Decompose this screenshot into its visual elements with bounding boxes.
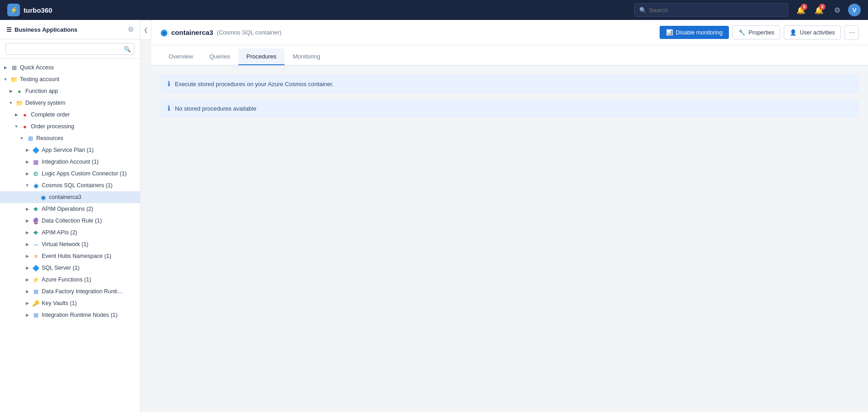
- sidebar-item-testing-account[interactable]: ▼📁Testing account: [0, 73, 140, 85]
- notification-badge-2: 3: [819, 4, 825, 10]
- chevron-icon: ▶: [24, 146, 31, 154]
- content-header: ◉ containerca3 (Cosmos SQL container) 📊 …: [151, 20, 868, 45]
- search-bar[interactable]: 🔍: [634, 3, 788, 17]
- sidebar-item-order-processing[interactable]: ▼●Order processing: [0, 121, 140, 132]
- tree-item-icon: ◉: [32, 181, 40, 189]
- app-name: turbo360: [24, 6, 52, 14]
- chevron-icon: ▼: [18, 135, 25, 142]
- sidebar-item-delivery-system[interactable]: ▼📁Delivery system: [0, 97, 140, 109]
- chevron-icon: ▶: [24, 158, 31, 165]
- tree-item-label: Key Vaults (1): [42, 300, 77, 306]
- sidebar-gear-icon[interactable]: ⚙: [128, 25, 134, 34]
- sidebar-item-function-app[interactable]: ▶●Function app: [0, 85, 140, 97]
- tree-item-icon: ●: [21, 122, 29, 131]
- alerts-button[interactable]: 🔔 3: [812, 3, 826, 17]
- sidebar-tree: ▶⊞Quick Access▼📁Testing account▶●Functio…: [0, 59, 140, 412]
- chevron-icon: ▶: [24, 252, 31, 260]
- tree-item-icon: 🔷: [32, 146, 40, 154]
- tree-item-icon: ⊞: [26, 134, 34, 142]
- nav-icons: 🔔 3 🔔 3 ⚙ V: [794, 3, 861, 17]
- chevron-icon: ▶: [2, 64, 9, 71]
- properties-button[interactable]: 🔧 Properties: [733, 25, 780, 39]
- tab-monitoring[interactable]: Monitoring: [285, 48, 328, 65]
- chevron-icon: [31, 194, 38, 201]
- tree-item-label: Testing account: [20, 76, 59, 82]
- tree-item-icon: ⊞: [10, 63, 18, 72]
- tab-queries[interactable]: Queries: [201, 48, 238, 65]
- sidebar-item-apim-operations[interactable]: ▶❖APIM Operations (2): [0, 203, 140, 215]
- tree-item-label: Integration Runtime Nodes (1): [42, 312, 117, 318]
- user-activities-icon: 👤: [790, 29, 797, 36]
- chevron-icon: ▼: [24, 182, 31, 189]
- chevron-icon: ▶: [24, 300, 31, 307]
- chevron-icon: ▼: [13, 123, 20, 130]
- sidebar-item-virtual-network[interactable]: ▶↔Virtual Network (1): [0, 238, 140, 250]
- settings-button[interactable]: ⚙: [830, 3, 844, 17]
- chevron-icon: ▶: [24, 311, 31, 319]
- logo-icon: ⚡: [7, 4, 20, 16]
- sidebar: ☰ Business Applications ⚙ 🔍 ▶⊞Quick Acce…: [0, 20, 140, 412]
- chevron-icon: ▶: [24, 217, 31, 224]
- sidebar-item-logic-apps-connector[interactable]: ▶⚙Logic Apps Custom Connector (1): [0, 168, 140, 179]
- chevron-icon: ▶: [24, 264, 31, 271]
- chevron-icon: ▶: [13, 111, 20, 118]
- sidebar-item-cosmos-sql-containers[interactable]: ▼◉Cosmos SQL Containers (1): [0, 179, 140, 191]
- sidebar-item-containerca3[interactable]: ◉containerca3: [0, 191, 140, 203]
- sidebar-item-apim-apis[interactable]: ▶❖APIM APIs (2): [0, 227, 140, 238]
- chevron-icon: ▶: [7, 87, 14, 95]
- sidebar-title: ☰ Business Applications: [6, 26, 77, 33]
- tree-item-label: Event Hubs Namespace (1): [42, 253, 111, 259]
- chevron-icon: ▶: [24, 229, 31, 236]
- tree-item-icon: 📁: [15, 99, 24, 107]
- sidebar-item-sql-server[interactable]: ▶🔷SQL Server (1): [0, 262, 140, 274]
- sidebar-collapse-button[interactable]: ❮: [140, 20, 151, 40]
- info-banner-text: No stored procedures available: [175, 105, 256, 112]
- properties-icon: 🔧: [738, 29, 746, 36]
- sidebar-item-resources[interactable]: ▼⊞Resources: [0, 132, 140, 144]
- tab-overview[interactable]: Overview: [160, 48, 201, 65]
- tree-item-label: Data Collection Rule (1): [42, 218, 102, 224]
- sidebar-item-integration-runtime-nodes[interactable]: ▶⊞Integration Runtime Nodes (1): [0, 309, 140, 321]
- sidebar-item-azure-functions[interactable]: ▶⚡Azure Functions (1): [0, 274, 140, 286]
- search-input[interactable]: [649, 7, 783, 14]
- tab-procedures[interactable]: Procedures: [238, 48, 285, 65]
- chevron-icon: ▼: [2, 76, 9, 83]
- sidebar-item-data-collection-rule[interactable]: ▶🔮Data Collection Rule (1): [0, 215, 140, 227]
- chevron-icon: ▶: [24, 170, 31, 177]
- resource-name: containerca3: [171, 29, 213, 36]
- sidebar-item-integration-account[interactable]: ▶▦Integration Account (1): [0, 156, 140, 168]
- info-banner: ℹExecute stored procedures on your Azure…: [160, 74, 859, 93]
- avatar[interactable]: V: [848, 4, 861, 16]
- sidebar-search-container: 🔍: [0, 39, 140, 59]
- tree-item-icon: 🔷: [32, 264, 40, 272]
- sidebar-item-quick-access[interactable]: ▶⊞Quick Access: [0, 62, 140, 73]
- tree-item-label: Logic Apps Custom Connector (1): [42, 170, 127, 177]
- chevron-icon: ▶: [24, 288, 31, 295]
- sidebar-item-key-vaults[interactable]: ▶🔑Key Vaults (1): [0, 297, 140, 309]
- tree-item-label: Azure Functions (1): [42, 276, 91, 283]
- sidebar-item-data-factory[interactable]: ▶⊞Data Factory Integration Runti…: [0, 286, 140, 297]
- sidebar-search-input[interactable]: [5, 43, 135, 55]
- info-icon: ℹ: [168, 104, 170, 112]
- disable-monitoring-button[interactable]: 📊 Disable monitoring: [660, 26, 729, 39]
- main-content: ◉ containerca3 (Cosmos SQL container) 📊 …: [151, 20, 868, 412]
- sidebar-item-event-hubs-namespace[interactable]: ▶≡Event Hubs Namespace (1): [0, 250, 140, 262]
- user-activities-button[interactable]: 👤 User activities: [784, 25, 841, 39]
- more-icon: ⋯: [849, 29, 855, 36]
- sidebar-item-app-service-plan[interactable]: ▶🔷App Service Plan (1): [0, 144, 140, 156]
- info-banner: ℹNo stored procedures available: [160, 99, 859, 118]
- more-options-button[interactable]: ⋯: [844, 25, 859, 40]
- tree-item-icon: ●: [21, 111, 29, 119]
- sidebar-item-complete-order[interactable]: ▶●Complete order: [0, 109, 140, 121]
- tree-item-icon: 🔑: [32, 299, 40, 307]
- top-navigation: ⚡ turbo360 🔍 🔔 3 🔔 3 ⚙ V: [0, 0, 868, 20]
- notifications-button[interactable]: 🔔 3: [794, 3, 808, 17]
- app-logo[interactable]: ⚡ turbo360: [7, 4, 52, 16]
- sidebar-header: ☰ Business Applications ⚙: [0, 20, 140, 39]
- tree-item-label: APIM Operations (2): [42, 206, 93, 212]
- tree-item-label: containerca3: [49, 194, 82, 200]
- tree-item-label: Cosmos SQL Containers (1): [42, 182, 113, 189]
- tree-item-icon: ⚙: [32, 170, 40, 178]
- resource-type-icon: ◉: [160, 28, 168, 38]
- tabs-bar: OverviewQueriesProceduresMonitoring: [151, 45, 868, 65]
